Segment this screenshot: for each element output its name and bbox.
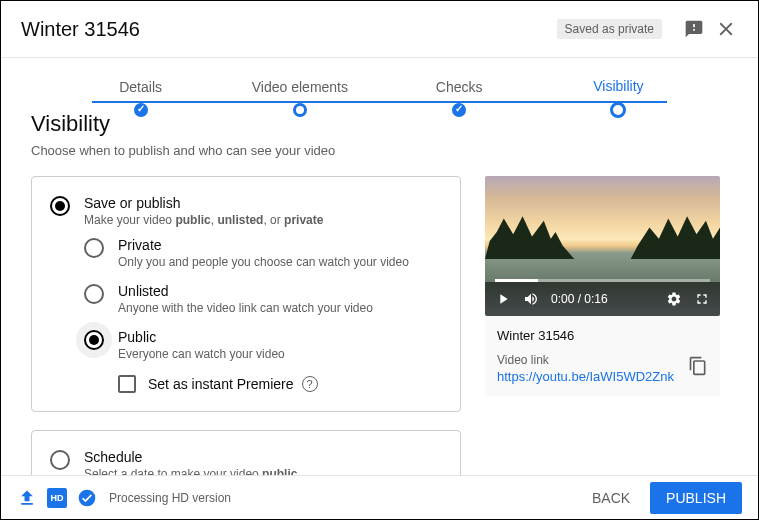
private-option[interactable]: Private Only you and people you choose c… [84, 237, 442, 269]
fullscreen-icon[interactable] [694, 291, 710, 307]
copy-icon[interactable] [688, 356, 708, 376]
video-time: 0:00 / 0:16 [551, 292, 608, 306]
checkbox-icon[interactable] [118, 375, 136, 393]
video-link[interactable]: https://youtu.be/IaWI5WD2Znk [497, 369, 708, 384]
processing-status: Processing HD version [109, 491, 578, 505]
settings-icon[interactable] [666, 291, 682, 307]
play-icon[interactable] [495, 291, 511, 307]
video-controls: 0:00 / 0:16 [485, 282, 720, 316]
schedule-option[interactable]: Schedule Select a date to make your vide… [50, 449, 442, 475]
volume-icon[interactable] [523, 291, 539, 307]
save-publish-desc: Make your video public, unlisted, or pri… [84, 213, 442, 227]
video-title: Winter 31546 [21, 18, 557, 41]
feedback-icon[interactable] [682, 17, 706, 41]
schedule-card: Schedule Select a date to make your vide… [31, 430, 461, 475]
video-thumbnail[interactable]: 0:00 / 0:16 [485, 176, 720, 316]
save-publish-card: Save or publish Make your video public, … [31, 176, 461, 412]
radio-selected-icon[interactable] [50, 196, 70, 216]
dialog-header: Winter 31546 Saved as private [1, 1, 758, 58]
link-label: Video link [497, 353, 708, 367]
check-icon [134, 103, 148, 117]
back-button[interactable]: BACK [578, 482, 644, 514]
video-meta: Winter 31546 Video link https://youtu.be… [485, 316, 720, 396]
save-status-badge: Saved as private [557, 19, 662, 39]
radio-icon[interactable] [50, 450, 70, 470]
upload-icon [17, 488, 37, 508]
radio-icon[interactable] [84, 284, 104, 304]
dialog-footer: HD Processing HD version BACK PUBLISH [1, 475, 758, 519]
save-publish-option[interactable]: Save or publish Make your video public, … [50, 195, 442, 227]
check-circle-icon [77, 488, 97, 508]
radio-selected-icon[interactable] [84, 330, 104, 350]
svg-point-0 [79, 489, 96, 506]
video-name: Winter 31546 [497, 328, 708, 343]
help-icon[interactable]: ? [302, 376, 318, 392]
publish-button[interactable]: PUBLISH [650, 482, 742, 514]
close-icon[interactable] [714, 17, 738, 41]
premiere-option[interactable]: Set as instant Premiere ? [118, 375, 442, 393]
step-dot [293, 103, 307, 117]
page-subheading: Choose when to publish and who can see y… [31, 143, 720, 158]
public-option[interactable]: Public Everyone can watch your video [84, 329, 442, 361]
content-scroll[interactable]: Visibility Choose when to publish and wh… [1, 111, 750, 475]
stepper-line [92, 101, 667, 103]
schedule-desc: Select a date to make your video public [84, 467, 442, 475]
radio-icon[interactable] [84, 238, 104, 258]
hd-icon: HD [47, 488, 67, 508]
unlisted-option[interactable]: Unlisted Anyone with the video link can … [84, 283, 442, 315]
